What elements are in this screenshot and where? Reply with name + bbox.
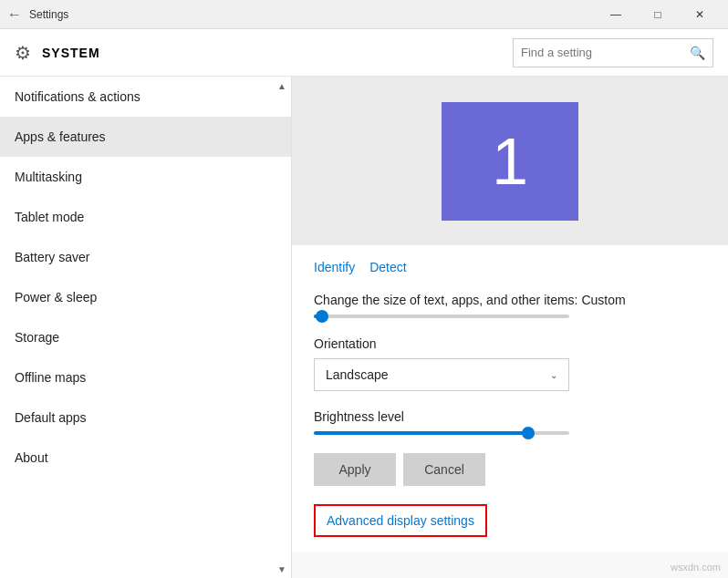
close-button[interactable]: ✕: [679, 0, 721, 29]
search-box: 🔍: [513, 38, 713, 67]
action-buttons-row: Apply Cancel: [314, 453, 706, 486]
app-header: ⚙ SYSTEM 🔍: [0, 29, 728, 77]
brightness-slider-thumb[interactable]: [522, 427, 535, 439]
sidebar-item-default-apps[interactable]: Default apps: [0, 397, 291, 438]
text-size-section: Change the size of text, apps, and other…: [314, 293, 706, 318]
search-input[interactable]: [521, 46, 690, 59]
sidebar-item-about[interactable]: About: [0, 438, 291, 478]
brightness-label: Brightness level: [314, 409, 706, 424]
detect-button[interactable]: Detect: [369, 260, 406, 274]
advanced-display-link[interactable]: Advanced display settings: [314, 504, 487, 537]
sidebar-item-offline-maps[interactable]: Offline maps: [0, 357, 291, 397]
window-controls: — □ ✕: [595, 0, 721, 29]
sidebar: ▲ Notifications & actions Apps & feature…: [0, 77, 292, 578]
title-bar: ← Settings — □ ✕: [0, 0, 728, 29]
brightness-slider-track: [314, 431, 569, 435]
sidebar-item-notifications[interactable]: Notifications & actions: [0, 77, 291, 117]
orientation-dropdown[interactable]: Landscape ⌄: [314, 358, 569, 391]
minimize-button[interactable]: —: [595, 0, 637, 29]
text-size-slider-thumb[interactable]: [316, 310, 328, 323]
sidebar-item-battery[interactable]: Battery saver: [0, 237, 291, 277]
text-size-slider-track: [314, 315, 569, 318]
orientation-label: Orientation: [314, 336, 706, 351]
identify-detect-row: Identify Detect: [314, 260, 706, 274]
back-button[interactable]: ←: [7, 6, 22, 23]
settings-gear-icon: ⚙: [15, 42, 31, 64]
orientation-section: Orientation Landscape ⌄: [314, 336, 706, 391]
sidebar-scroll-down[interactable]: ▼: [273, 560, 291, 578]
orientation-value: Landscape: [326, 367, 389, 382]
display-preview: 1: [292, 77, 728, 245]
sidebar-item-apps[interactable]: Apps & features: [0, 117, 291, 157]
brightness-section: Brightness level: [314, 409, 706, 435]
title-bar-text: Settings: [29, 8, 595, 21]
sidebar-item-storage[interactable]: Storage: [0, 317, 291, 357]
brightness-slider-fill: [314, 431, 530, 435]
maximize-button[interactable]: □: [637, 0, 679, 29]
content-body: Identify Detect Change the size of text,…: [292, 245, 728, 552]
monitor-tile: 1: [442, 102, 578, 221]
sidebar-item-tablet[interactable]: Tablet mode: [0, 197, 291, 237]
page-title: SYSTEM: [42, 46, 513, 60]
text-size-label: Change the size of text, apps, and other…: [314, 293, 706, 307]
main-layout: ▲ Notifications & actions Apps & feature…: [0, 77, 728, 578]
cancel-button[interactable]: Cancel: [403, 453, 485, 486]
sidebar-item-power[interactable]: Power & sleep: [0, 277, 291, 317]
content-area: 1 Identify Detect Change the size of tex…: [292, 77, 728, 578]
chevron-down-icon: ⌄: [550, 370, 557, 380]
sidebar-scroll-up[interactable]: ▲: [273, 77, 291, 95]
sidebar-item-multitasking[interactable]: Multitasking: [0, 157, 291, 197]
apply-button[interactable]: Apply: [314, 453, 396, 486]
search-icon: 🔍: [690, 46, 705, 60]
identify-button[interactable]: Identify: [314, 260, 355, 274]
